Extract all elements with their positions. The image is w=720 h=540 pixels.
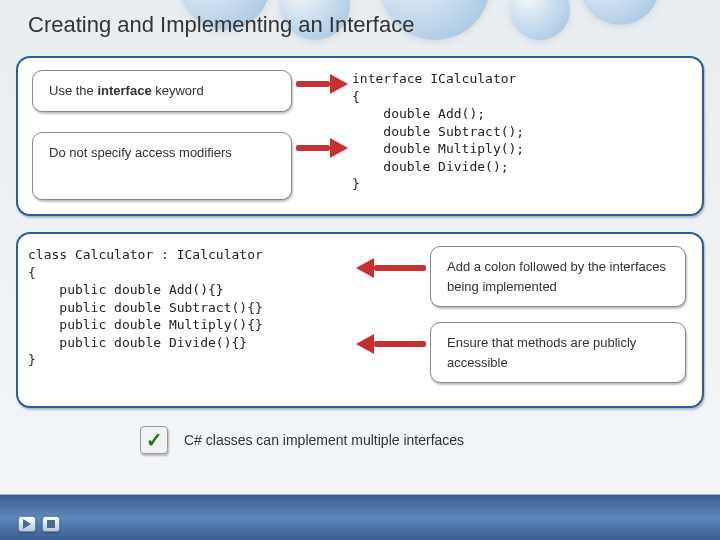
stop-button[interactable]: [42, 516, 60, 532]
slide-title: Creating and Implementing an Interface: [28, 12, 414, 38]
footer-note-text: C# classes can implement multiple interf…: [184, 432, 464, 448]
note-ensure-public: Ensure that methods are publicly accessi…: [430, 322, 686, 383]
note-use-keyword: Use the interface keyword: [32, 70, 292, 112]
check-icon: ✓: [140, 426, 168, 454]
play-button[interactable]: [18, 516, 36, 532]
footer-note-row: ✓ C# classes can implement multiple inte…: [140, 426, 680, 454]
keyword-bold: interface: [97, 83, 151, 98]
code-class: class Calculator : ICalculator { public …: [28, 246, 263, 369]
code-interface: interface ICalculator { double Add(); do…: [352, 70, 524, 193]
footer-bar: [0, 494, 720, 540]
note-add-colon: Add a colon followed by the interfaces b…: [430, 246, 686, 307]
text: keyword: [152, 83, 204, 98]
note-no-modifiers: Do not specify access modifiers: [32, 132, 292, 200]
text: Use the: [49, 83, 97, 98]
